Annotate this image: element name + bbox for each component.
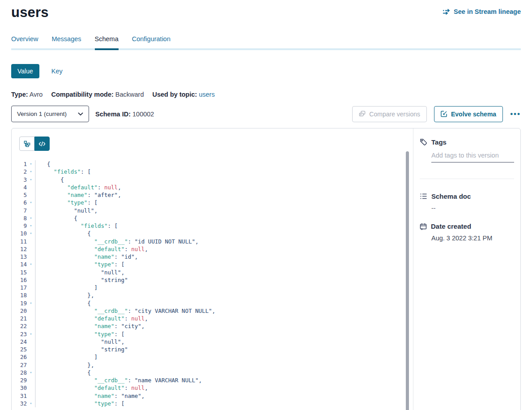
compatibility-label: Compatibility mode: xyxy=(51,91,113,98)
fold-spacer xyxy=(27,291,35,299)
code-view-icon xyxy=(38,141,46,147)
fold-arrow-icon[interactable]: ▾ xyxy=(27,199,35,206)
fold-arrow-icon[interactable]: ▾ xyxy=(27,160,35,168)
fold-arrow-icon[interactable]: ▾ xyxy=(27,330,35,338)
fold-arrow-icon[interactable]: ▾ xyxy=(27,230,35,237)
code-line: 23▾ "type": [ xyxy=(12,330,413,338)
code-line: 13 "name": "id", xyxy=(12,253,413,261)
sidebar-divider xyxy=(420,179,514,179)
code-line: 22 "name": "city", xyxy=(12,322,413,330)
code-line: 27 }, xyxy=(12,361,413,369)
fold-arrow-icon[interactable]: ▾ xyxy=(27,214,35,222)
fold-spacer xyxy=(27,269,35,276)
code-line: 29 "__crdb__": "name VARCHAR NULL", xyxy=(12,376,413,384)
fold-spacer xyxy=(27,253,35,261)
tab-messages[interactable]: Messages xyxy=(51,35,81,48)
code-line: 11 "__crdb__": "id UUID NOT NULL", xyxy=(12,238,413,245)
code-line: 28▾ { xyxy=(12,369,413,376)
calendar-plus-icon xyxy=(420,223,427,230)
code-line: 3▾ { xyxy=(12,176,413,184)
fold-arrow-icon[interactable]: ▾ xyxy=(27,168,35,175)
tab-schema[interactable]: Schema xyxy=(95,35,119,48)
compatibility-value: Backward xyxy=(115,91,144,98)
code-line: 14▾ "type": [ xyxy=(12,261,413,268)
fold-arrow-icon[interactable]: ▾ xyxy=(27,222,35,230)
code-line: 9▾ "fields": [ xyxy=(12,222,413,230)
fold-spacer xyxy=(27,353,35,361)
code-line: 19▾ { xyxy=(12,299,413,307)
edit-icon xyxy=(441,111,447,117)
fold-spacer xyxy=(27,276,35,284)
chevron-down-icon xyxy=(78,112,83,116)
code-line: 31 "name": "name", xyxy=(12,392,413,400)
compare-versions-button[interactable]: Compare versions xyxy=(352,106,427,122)
stream-lineage-label: See in Stream lineage xyxy=(454,8,521,15)
key-toggle-link[interactable]: Key xyxy=(51,68,63,75)
topic-label: Used by topic: xyxy=(152,91,197,98)
fold-spacer xyxy=(27,376,35,384)
tab-overview[interactable]: Overview xyxy=(11,35,38,48)
value-toggle-button[interactable]: Value xyxy=(11,64,39,78)
fold-spacer xyxy=(27,384,35,392)
type-value: Avro xyxy=(30,91,43,98)
code-lines[interactable]: 1▾ {2▾ "fields": [3▾ {4 "default": null,… xyxy=(12,160,413,407)
code-line: 25 "string" xyxy=(12,346,413,353)
version-select[interactable]: Version 1 (current) xyxy=(11,106,89,122)
schema-id-value: 100002 xyxy=(132,111,154,118)
editor-scrollbar[interactable] xyxy=(406,151,409,410)
code-line: 10▾ { xyxy=(12,230,413,237)
tag-icon xyxy=(420,138,427,146)
tags-input[interactable] xyxy=(431,152,514,162)
fold-arrow-icon[interactable]: ▾ xyxy=(27,261,35,268)
code-line: 12 "default": null, xyxy=(12,245,413,253)
fold-arrow-icon[interactable]: ▾ xyxy=(27,176,35,184)
more-options-button[interactable]: ••• xyxy=(510,110,521,118)
stream-lineage-link[interactable]: See in Stream lineage xyxy=(443,8,521,15)
code-line: 24 "null", xyxy=(12,338,413,346)
date-created-value: Aug. 3 2022 3:21 PM xyxy=(431,235,514,242)
version-select-value: Version 1 (current) xyxy=(17,111,67,117)
code-line: 4 "default": null, xyxy=(12,184,413,191)
schema-doc-title: Schema doc xyxy=(431,192,471,200)
schema-sidebar: Tags Schema doc -- xyxy=(413,128,520,410)
tree-view-button[interactable] xyxy=(19,137,34,151)
fold-spacer xyxy=(27,238,35,245)
fold-spacer xyxy=(27,322,35,330)
copy-icon xyxy=(359,111,366,117)
code-line: 26 ] xyxy=(12,353,413,361)
fold-arrow-icon[interactable]: ▾ xyxy=(27,400,35,407)
code-line: 21 "default": null, xyxy=(12,315,413,322)
code-view-button[interactable] xyxy=(34,137,50,151)
code-line: 15 "null", xyxy=(12,269,413,276)
schema-editor: 1▾ {2▾ "fields": [3▾ {4 "default": null,… xyxy=(12,128,413,410)
code-line: 30 "default": null, xyxy=(12,384,413,392)
evolve-schema-label: Evolve schema xyxy=(451,111,496,118)
tab-configuration[interactable]: Configuration xyxy=(132,35,170,48)
fold-spacer xyxy=(27,307,35,315)
tags-title: Tags xyxy=(431,138,447,146)
code-line: 2▾ "fields": [ xyxy=(12,168,413,175)
fold-arrow-icon[interactable]: ▾ xyxy=(27,299,35,307)
code-line: 6▾ "type": [ xyxy=(12,199,413,206)
schema-doc-value: -- xyxy=(431,205,514,212)
code-line: 8▾ { xyxy=(12,214,413,222)
fold-spacer xyxy=(27,184,35,191)
code-line: 16 "string" xyxy=(12,276,413,284)
code-line: 20 "__crdb__": "city VARCHAR NOT NULL", xyxy=(12,307,413,315)
code-line: 1▾ { xyxy=(12,160,413,168)
fold-spacer xyxy=(27,284,35,291)
topic-link[interactable]: users xyxy=(199,91,214,98)
code-line: 7 "null", xyxy=(12,207,413,214)
fold-spacer xyxy=(27,207,35,214)
code-line: 18 }, xyxy=(12,291,413,299)
schema-page: users See in Stream lineage Overview Mes… xyxy=(0,0,532,410)
compare-versions-label: Compare versions xyxy=(369,111,420,118)
evolve-schema-button[interactable]: Evolve schema xyxy=(434,106,503,122)
fold-spacer xyxy=(27,338,35,346)
fold-spacer xyxy=(27,315,35,322)
code-line: 5 "name": "after", xyxy=(12,191,413,199)
type-label: Type: xyxy=(11,91,28,98)
code-line: 17 ] xyxy=(12,284,413,291)
fold-arrow-icon[interactable]: ▾ xyxy=(27,369,35,376)
fold-spacer xyxy=(27,346,35,353)
